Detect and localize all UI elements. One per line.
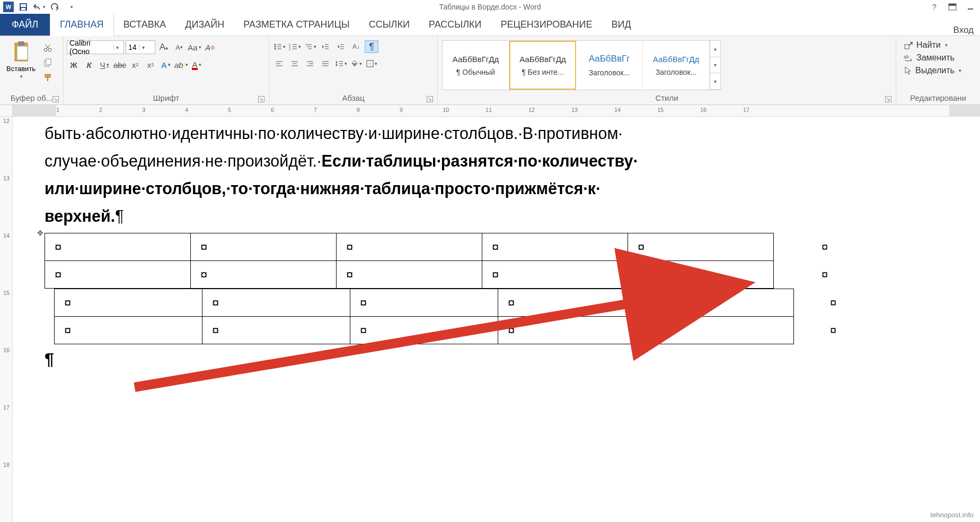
document-page[interactable]: быть·абсолютно·идентичны·по·количеству·и… (13, 117, 980, 522)
login-link[interactable]: Вход (953, 25, 980, 36)
table-cell[interactable]: ¤ (45, 261, 191, 289)
tab-home[interactable]: ГЛАВНАЯ (50, 13, 114, 36)
multilevel-list-icon[interactable]: ▾ (303, 40, 317, 53)
grow-font-icon[interactable]: A▴ (157, 41, 171, 54)
clear-formatting-icon[interactable]: A⊘ (203, 41, 217, 54)
styles-scroll-up-icon[interactable]: ▴ (710, 41, 720, 57)
group-paragraph-label: Абзац↘ (272, 92, 434, 105)
paste-button[interactable]: Вставить ▾ (3, 38, 39, 81)
table-cell[interactable]: ¤ (337, 261, 482, 289)
table-cell[interactable]: ¤ (350, 317, 498, 344)
show-marks-button[interactable]: ¶ (365, 40, 378, 53)
tab-review[interactable]: РЕЦЕНЗИРОВАНИЕ (491, 14, 602, 36)
styles-dialog-launcher-icon[interactable]: ↘ (885, 96, 891, 102)
horizontal-ruler[interactable]: 1234567891011121314151617 (13, 105, 980, 116)
increase-indent-icon[interactable] (334, 40, 348, 53)
underline-button[interactable]: Ч▾ (98, 58, 111, 71)
font-dialog-launcher-icon[interactable]: ↘ (258, 96, 264, 102)
minimize-icon[interactable] (964, 2, 977, 12)
style-gallery: АаБбВвГгДд ¶ Обычный АаБбВвГгДд ¶ Без ин… (442, 40, 721, 90)
table-cell[interactable]: ¤ (191, 261, 337, 289)
document-text[interactable]: быть·абсолютно·идентичны·по·количеству·и… (45, 117, 948, 230)
shrink-font-icon[interactable]: A▾ (172, 41, 186, 54)
table-cell[interactable]: ¤ (350, 289, 498, 317)
table-cell[interactable]: ¤ (628, 233, 774, 261)
align-left-icon[interactable] (272, 57, 286, 70)
justify-icon[interactable] (319, 57, 332, 70)
tab-mailings[interactable]: РАССЫЛКИ (419, 14, 491, 36)
tab-page-layout[interactable]: РАЗМЕТКА СТРАНИЦЫ (234, 14, 359, 36)
highlight-color-icon[interactable]: ab▾ (174, 58, 188, 71)
svg-rect-7 (17, 46, 28, 60)
tab-design[interactable]: ДИЗАЙН (175, 14, 234, 36)
styles-expand-icon[interactable]: ▾ (710, 73, 720, 90)
font-name-combo[interactable]: Calibri (Осно▾ (67, 40, 124, 54)
style-no-spacing[interactable]: АаБбВвГгДд ¶ Без инте... (509, 41, 576, 90)
qat-customize-icon[interactable]: ▾ (65, 1, 77, 13)
superscript-button[interactable]: x2 (144, 58, 157, 71)
select-button[interactable]: Выделить▾ (904, 66, 961, 75)
format-painter-icon[interactable] (41, 71, 55, 84)
qat-undo-icon[interactable]: ▾ (33, 1, 46, 13)
shading-icon[interactable]: ▾ (349, 57, 363, 70)
tab-view[interactable]: ВИД (602, 14, 641, 36)
paragraph-mark[interactable]: ¶ (45, 344, 948, 369)
tab-references[interactable]: ССЫЛКИ (359, 14, 419, 36)
table-cell[interactable]: ¤ (55, 289, 202, 317)
help-icon[interactable]: ? (928, 2, 941, 12)
paragraph-dialog-launcher-icon[interactable]: ↘ (427, 96, 433, 102)
align-right-icon[interactable] (303, 57, 317, 70)
table-cell[interactable]: ¤ (45, 233, 191, 261)
line-spacing-icon[interactable]: ▾ (334, 57, 348, 70)
table-cell[interactable]: ¤ (628, 261, 774, 289)
tab-insert[interactable]: ВСТАВКА (114, 14, 176, 36)
style-normal[interactable]: АаБбВвГгДд ¶ Обычный (443, 41, 509, 90)
table-cell[interactable]: ¤ (646, 317, 794, 344)
ribbon: Вставить ▾ Буфер об...↘ Calibri (Осно▾ 1… (0, 36, 980, 105)
bullets-icon[interactable]: ▾ (272, 40, 286, 53)
ribbon-display-icon[interactable] (946, 2, 959, 12)
qat-redo-icon[interactable] (49, 1, 61, 13)
replace-button[interactable]: ab Заменить (904, 53, 961, 63)
change-case-icon[interactable]: Aa▾ (188, 41, 201, 54)
table-cell[interactable]: ¤ (202, 289, 350, 317)
italic-button[interactable]: К (82, 58, 96, 71)
table-move-handle-icon[interactable]: ✥ (37, 229, 43, 237)
qat-save-icon[interactable] (17, 1, 30, 13)
table-cell[interactable]: ¤ (202, 317, 350, 344)
copy-icon[interactable] (41, 56, 55, 69)
borders-icon[interactable]: ▾ (365, 57, 378, 70)
paste-dropdown-icon[interactable]: ▾ (20, 74, 23, 79)
table-cell[interactable]: ¤ (482, 233, 628, 261)
table-cell[interactable]: ¤ (646, 289, 794, 317)
bold-button[interactable]: Ж (67, 58, 81, 71)
font-color-icon[interactable]: A▾ (190, 58, 204, 71)
tab-file[interactable]: ФАЙЛ (0, 14, 50, 36)
cut-icon[interactable] (41, 41, 55, 54)
strikethrough-button[interactable]: abc (113, 58, 127, 71)
decrease-indent-icon[interactable] (319, 40, 332, 53)
numbering-icon[interactable]: 123▾ (288, 40, 302, 53)
table-cell[interactable]: ¤ (482, 261, 628, 289)
sort-icon[interactable]: A↓ (349, 40, 363, 53)
subscript-button[interactable]: x2 (128, 58, 142, 71)
styles-scroll-down-icon[interactable]: ▾ (710, 57, 720, 74)
find-button[interactable]: Найти▾ (904, 40, 961, 50)
group-styles-label: Стили↘ (441, 92, 893, 105)
table-1[interactable]: ¤¤¤¤¤¤¤¤¤¤ (45, 233, 774, 289)
font-size-combo[interactable]: 14▾ (126, 40, 155, 54)
svg-rect-4 (949, 4, 956, 6)
table-cell[interactable]: ¤ (191, 233, 337, 261)
align-center-icon[interactable] (288, 57, 302, 70)
table-cell[interactable]: ¤ (55, 317, 202, 344)
vertical-ruler[interactable]: 12131415161718 (0, 117, 13, 522)
paste-label: Вставить (6, 65, 36, 73)
clipboard-dialog-launcher-icon[interactable]: ↘ (52, 96, 59, 102)
text-effects-icon[interactable]: A▾ (159, 58, 173, 71)
style-heading1[interactable]: АаБбВвГг Заголовок... (576, 41, 643, 90)
table-cell[interactable]: ¤ (498, 289, 646, 317)
table-2[interactable]: ¤¤¤¤¤¤¤¤¤¤ (54, 289, 794, 344)
style-heading2[interactable]: АаБбВвГгДд Заголовок... (643, 41, 710, 90)
table-cell[interactable]: ¤ (498, 317, 646, 344)
table-cell[interactable]: ¤ (337, 233, 482, 261)
